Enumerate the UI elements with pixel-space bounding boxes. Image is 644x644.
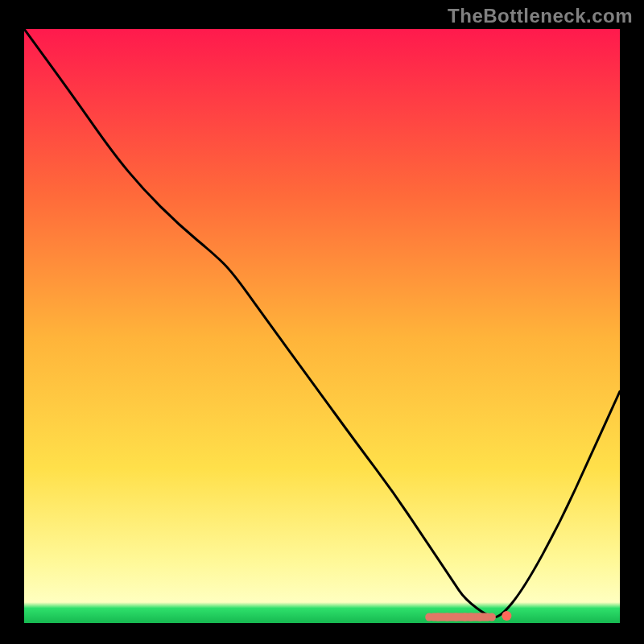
highlight-band-markers: [425, 611, 511, 621]
marker-dot: [452, 613, 460, 621]
marker-dot: [476, 613, 484, 621]
marker-dot: [443, 613, 451, 621]
marker-dot: [434, 613, 442, 621]
plot-area: [24, 29, 620, 623]
watermark-label: TheBottleneck.com: [448, 5, 633, 27]
marker-dot: [425, 613, 433, 621]
chart-stage: TheBottleneck.com: [0, 0, 644, 644]
marker-dot: [467, 613, 475, 621]
marker-dot-end: [502, 611, 511, 621]
markers-layer: [24, 29, 620, 623]
marker-dot: [488, 613, 496, 621]
